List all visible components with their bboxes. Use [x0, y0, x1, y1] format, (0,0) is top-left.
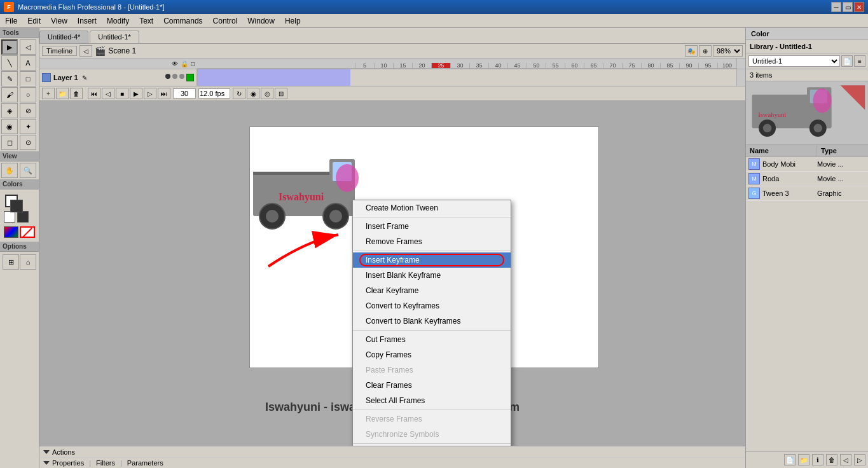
layer-outline-dot[interactable]: [179, 74, 184, 79]
option-snap[interactable]: ⊞: [3, 254, 19, 270]
ctx-copy-frames[interactable]: Copy Frames: [353, 347, 511, 362]
ctx-clear-frames[interactable]: Clear Frames: [353, 378, 511, 393]
rect-tool[interactable]: □: [20, 71, 36, 86]
scene-icon-btn[interactable]: 🎭: [685, 45, 698, 57]
menu-help[interactable]: Help: [280, 15, 306, 27]
timeline-button[interactable]: Timeline: [42, 46, 77, 56]
layer-lock-icon[interactable]: 🔒: [181, 60, 188, 67]
eraser-tool[interactable]: ◻: [1, 135, 18, 150]
tab-untitled1[interactable]: Untitled-1*: [90, 31, 139, 43]
lib-folder-btn[interactable]: 📁: [798, 454, 809, 465]
library-item-tween3[interactable]: G Tween 3 Graphic: [746, 186, 868, 201]
zoom-select[interactable]: 98%: [713, 45, 743, 57]
brush-tool[interactable]: 🖌: [1, 87, 18, 102]
library-dropdown[interactable]: Untitled-1: [748, 55, 840, 67]
layer-eye-icon[interactable]: 👁: [172, 60, 178, 67]
ctx-select-all-frames[interactable]: Select All Frames: [353, 393, 511, 408]
ctx-convert-blank-keyframes[interactable]: Convert to Blank Keyframes: [353, 313, 511, 329]
delete-layer-btn[interactable]: 🗑: [70, 88, 83, 99]
eyedropper[interactable]: ✦: [20, 119, 36, 134]
frame-number-input[interactable]: [173, 88, 196, 99]
line-tool[interactable]: ╲: [1, 55, 18, 71]
timeline-back-btn[interactable]: ◁: [79, 45, 92, 57]
tab-untitled4[interactable]: Untitled-4*: [39, 31, 88, 43]
ink-tool[interactable]: ⊘: [20, 103, 36, 118]
no-color[interactable]: [20, 226, 35, 238]
modify-onion-btn[interactable]: ⊟: [275, 88, 287, 99]
minimize-button[interactable]: ─: [831, 2, 841, 12]
play-rewind-btn[interactable]: ⏮: [88, 88, 100, 99]
menu-modify[interactable]: Modify: [102, 15, 134, 27]
lib-delete-btn[interactable]: 🗑: [826, 454, 837, 465]
ctx-insert-frame[interactable]: Insert Frame: [353, 219, 511, 234]
layer-edit-icon[interactable]: ✎: [82, 74, 87, 81]
menu-insert[interactable]: Insert: [72, 15, 102, 27]
filters-label[interactable]: Filters: [96, 459, 115, 467]
loop-btn[interactable]: ↻: [233, 88, 245, 99]
pencil-tool[interactable]: ✎: [1, 71, 18, 86]
select-tool[interactable]: ▶: [1, 39, 18, 55]
parameters-label[interactable]: Parameters: [127, 459, 163, 467]
fill-tool[interactable]: ◈: [1, 103, 18, 118]
menu-edit[interactable]: Edit: [22, 15, 46, 27]
play-end-btn[interactable]: ⏭: [158, 88, 170, 99]
text-tool[interactable]: A: [20, 55, 36, 71]
paint-bucket[interactable]: ◉: [1, 119, 18, 134]
lib-scroll-right-btn[interactable]: ▷: [854, 454, 865, 465]
library-new-symbol-btn[interactable]: 📄: [841, 55, 853, 67]
ellipse-tool[interactable]: ○: [20, 87, 36, 102]
lib-scroll-left-btn[interactable]: ◁: [840, 454, 851, 465]
lasso-tool[interactable]: ⊙: [20, 135, 36, 150]
fill-color[interactable]: [10, 200, 23, 212]
lib-properties-btn[interactable]: ℹ: [812, 454, 823, 465]
menu-control[interactable]: Control: [208, 15, 243, 27]
ctx-convert-keyframes[interactable]: Convert to Keyframes: [353, 298, 511, 313]
menu-text[interactable]: Text: [134, 15, 158, 27]
zoom-tool[interactable]: 🔍: [20, 163, 36, 178]
properties-row: Properties | Filters | Parameters: [39, 457, 745, 468]
ctx-remove-frames[interactable]: Remove Frames: [353, 234, 511, 249]
hand-tool[interactable]: ✋: [1, 163, 18, 178]
step-forward-btn[interactable]: ▷: [144, 88, 156, 99]
color-gradient[interactable]: [4, 226, 18, 238]
menu-commands[interactable]: Commands: [158, 15, 207, 27]
menu-window[interactable]: Window: [242, 15, 280, 27]
play-btn[interactable]: ▶: [130, 88, 142, 99]
fps-input[interactable]: [198, 88, 230, 99]
onion-btn[interactable]: ◉: [247, 88, 259, 99]
timeline-scrollbar-right[interactable]: [736, 69, 745, 86]
ctx-cut-frames[interactable]: Cut Frames: [353, 332, 511, 347]
properties-expand-btn[interactable]: [43, 461, 50, 465]
ctx-clear-keyframe[interactable]: Clear Keyframe: [353, 283, 511, 298]
actions-expand-btn[interactable]: [43, 450, 50, 454]
add-folder-btn[interactable]: 📁: [56, 88, 69, 99]
ctx-insert-keyframe[interactable]: Insert Keyframe: [353, 252, 511, 268]
onion-outline-btn[interactable]: ◎: [261, 88, 273, 99]
motion-btn[interactable]: ⊕: [699, 45, 712, 57]
default-colors[interactable]: [17, 211, 29, 223]
subselect-tool[interactable]: ◁: [20, 39, 36, 55]
ctx-create-motion-tween[interactable]: Create Motion Tween: [353, 200, 511, 216]
add-layer-btn[interactable]: +: [42, 88, 55, 99]
menu-file[interactable]: File: [0, 15, 22, 27]
library-options-btn[interactable]: ≡: [854, 55, 865, 67]
layer-visibility-dot[interactable]: [165, 74, 170, 79]
lib-new-btn[interactable]: 📄: [784, 454, 796, 465]
ctx-actions[interactable]: Actions: [353, 445, 511, 446]
swap-colors[interactable]: [4, 211, 15, 223]
stop-btn[interactable]: ■: [116, 88, 128, 99]
layer-lock-dot[interactable]: [172, 74, 177, 79]
layer-outline-icon[interactable]: □: [191, 60, 195, 67]
options-label: Options: [0, 242, 39, 252]
ctx-insert-blank-keyframe[interactable]: Insert Blank Keyframe: [353, 268, 511, 283]
color-panel-tab[interactable]: Color: [746, 28, 868, 40]
frames-area[interactable]: [197, 69, 736, 86]
menu-view[interactable]: View: [46, 15, 72, 27]
library-item-bodymobi[interactable]: M Body Mobi Movie ...: [746, 157, 868, 172]
close-button[interactable]: ✕: [854, 2, 864, 12]
option-smooth[interactable]: ⌂: [20, 254, 36, 270]
library-item-roda[interactable]: M Roda Movie ...: [746, 172, 868, 186]
restore-button[interactable]: ▭: [843, 2, 853, 12]
step-back-btn[interactable]: ◁: [102, 88, 114, 99]
library-item-icon-roda: M: [748, 173, 760, 184]
